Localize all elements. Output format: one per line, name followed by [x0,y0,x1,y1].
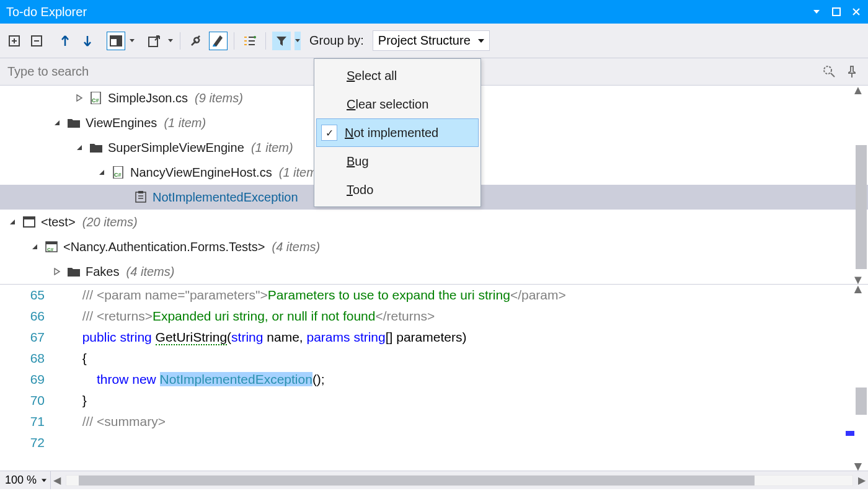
tree-row[interactable]: C#<Nancy.Authentication.Forms.Tests> (4 … [0,234,868,259]
project-icon [22,215,36,229]
svg-text:C#: C# [47,247,54,252]
groupby-value: Project Structure [378,33,471,47]
tree-label: Fakes [86,265,119,279]
tree-expander-icon[interactable] [97,167,107,177]
tree-count: (1 item) [164,116,206,130]
maximize-icon[interactable] [831,6,842,17]
tree-row[interactable]: Fakes (4 items) [0,259,868,284]
settings-button[interactable] [187,32,205,50]
folder-icon [67,265,81,278]
filter-button[interactable] [272,32,291,50]
window-title: To-do Explorer [6,5,87,19]
toolbar-separator [180,32,180,50]
horizontal-scrollbar[interactable] [66,475,853,486]
toolbar: Group by: Project Structure [0,24,868,58]
zoom-select[interactable]: 100 % [0,471,51,489]
search-options-icon[interactable] [821,63,838,81]
tree-count: (9 items) [195,91,243,105]
preview-dropdown-icon[interactable] [129,32,135,50]
tree-label: <test> [41,215,76,229]
svg-rect-13 [136,192,146,202]
tree-label: SimpleJson.cs [108,91,188,105]
svg-rect-5 [117,39,122,46]
groupby-select[interactable]: Project Structure [373,30,490,51]
folder-icon [89,141,103,154]
csfile-icon: C# [89,91,103,105]
hscroll-left-icon[interactable]: ◀ [51,475,63,486]
menu-label: Select all [347,69,397,83]
todo-icon [134,190,148,204]
menu-label: Not implemented [345,126,438,140]
code-scroll-down-icon[interactable]: ▼ [852,462,864,471]
toolbar-separator [234,32,234,50]
hscroll-right-icon[interactable]: ▶ [856,475,868,486]
toolbar-separator [265,32,266,50]
menu-label: Clear selection [347,97,428,112]
export-button[interactable] [145,32,164,50]
code-scroll-thumb[interactable] [856,388,867,415]
svg-rect-18 [46,242,57,244]
tree-scroll-thumb[interactable] [856,145,867,269]
hscroll-thumb[interactable] [79,476,755,485]
menu-item[interactable]: Select all [314,61,480,90]
svg-point-7 [254,36,256,38]
window-menu-icon[interactable] [811,6,822,17]
tree-expander-icon[interactable] [30,242,40,252]
menu-item[interactable]: Bug [314,147,480,175]
pin-icon[interactable] [843,63,861,81]
svg-text:C#: C# [114,172,122,178]
svg-rect-4 [110,36,122,39]
collapse-all-button[interactable] [27,32,46,50]
zoom-value: 100 % [5,474,37,487]
groupby-label: Group by: [309,33,364,48]
code-preview: 6566676869707172 /// <param name="parame… [0,285,868,471]
tree-expander-icon[interactable] [7,217,17,227]
tree-expander-icon[interactable] [74,143,84,153]
tree-row[interactable]: <test> (20 items) [0,210,868,234]
tree-count: (4 items) [126,265,175,279]
tree-count: (4 items) [272,240,320,254]
titlebar: To-do Explorer [0,0,868,24]
folder-icon [67,116,81,130]
tree-label: <Nancy.Authentication.Forms.Tests> [63,240,265,254]
menu-item[interactable]: ✓Not implemented [316,118,479,147]
filter-options-button[interactable] [241,32,259,50]
tree-expander-icon[interactable] [52,267,62,277]
tree-count: (20 items) [82,215,138,229]
svg-rect-14 [138,191,143,193]
tree-label: SuperSimpleViewEngine [108,141,244,155]
close-icon[interactable] [851,6,862,17]
tree-expander-icon [119,192,129,202]
next-item-button[interactable] [78,32,97,50]
code-marker-icon[interactable] [846,431,854,436]
csfile-icon: C# [112,166,125,179]
svg-rect-16 [24,217,35,219]
code-scrollbar[interactable] [854,293,868,462]
previous-item-button[interactable] [56,32,74,50]
csproject-icon: C# [45,240,58,254]
svg-rect-0 [833,8,840,16]
highlight-button[interactable] [209,32,228,50]
code-scroll-up-icon[interactable]: ▲ [852,285,864,293]
menu-label: Bug [347,154,369,169]
svg-point-8 [824,66,831,74]
tree-scrollbar[interactable] [854,95,868,274]
show-preview-button[interactable] [107,32,125,50]
code-content: /// <param name="parameters">Parameters … [53,285,868,471]
tree-label: NancyViewEngineHost.cs [130,166,272,180]
expand-all-button[interactable] [5,32,24,50]
tree-expander-icon[interactable] [52,118,62,128]
tree-count: (1 item) [251,141,293,155]
menu-label: Todo [347,183,373,197]
svg-text:C#: C# [92,97,99,104]
status-bar: 100 % ◀ ▶ [0,471,868,489]
tree-label: NotImplementedException [153,190,298,205]
menu-item[interactable]: Todo [314,175,480,204]
menu-item[interactable]: Clear selection [314,90,480,118]
filter-dropdown-menu: Select allClear selection✓Not implemente… [314,58,481,207]
tree-expander-icon[interactable] [74,93,84,103]
window-controls [811,6,862,17]
export-dropdown-icon[interactable] [167,32,174,50]
tree-scroll-up-icon[interactable]: ▲ [852,86,864,94]
filter-dropdown-icon[interactable] [294,32,301,50]
